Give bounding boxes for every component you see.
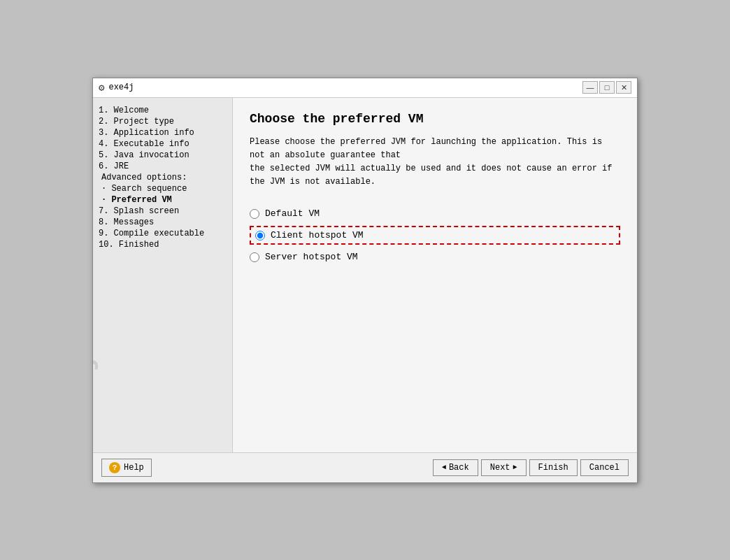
sidebar: 1. Welcome 2. Project type 3. Applicatio… bbox=[93, 98, 233, 452]
sidebar-item-java-invocation[interactable]: 5. Java invocation bbox=[99, 150, 227, 161]
sidebar-item-finished[interactable]: 10. Finished bbox=[99, 239, 227, 250]
app-icon: ⚙ bbox=[99, 82, 104, 94]
sidebar-item-messages[interactable]: 8. Messages bbox=[99, 217, 227, 228]
option-default-vm[interactable]: Default VM bbox=[250, 208, 620, 219]
title-controls: — □ ✕ bbox=[582, 81, 631, 94]
sidebar-item-splash-screen[interactable]: 7. Splash screen bbox=[99, 206, 227, 217]
finish-button[interactable]: Finish bbox=[529, 459, 578, 476]
main-content: Choose the preferred VM Please choose th… bbox=[233, 98, 637, 452]
back-button[interactable]: ◄ Back bbox=[433, 459, 478, 476]
next-button[interactable]: Next ► bbox=[481, 459, 527, 476]
footer-left: ? Help bbox=[101, 459, 152, 477]
radio-client-hotspot-vm[interactable] bbox=[255, 231, 265, 240]
window-body: 1. Welcome 2. Project type 3. Applicatio… bbox=[93, 98, 637, 452]
back-arrow-icon: ◄ bbox=[442, 464, 446, 471]
sidebar-item-search-sequence[interactable]: · Search sequence bbox=[99, 183, 227, 194]
options-area: Default VM Client hotspot VM Server hots… bbox=[250, 208, 620, 262]
title-bar: ⚙ exe4j — □ ✕ bbox=[93, 78, 637, 98]
maximize-button[interactable]: □ bbox=[599, 81, 615, 94]
description: Please choose the preferred JVM for laun… bbox=[250, 136, 620, 189]
radio-default-vm[interactable] bbox=[250, 209, 259, 219]
help-label: Help bbox=[124, 463, 144, 473]
next-label: Next bbox=[490, 463, 510, 473]
option-client-hotspot-vm[interactable]: Client hotspot VM bbox=[250, 226, 620, 245]
cancel-button[interactable]: Cancel bbox=[580, 459, 629, 476]
next-arrow-icon: ► bbox=[513, 464, 517, 471]
help-button[interactable]: ? Help bbox=[101, 459, 152, 477]
sidebar-item-jre[interactable]: 6. JRE bbox=[99, 161, 227, 172]
description-line2: the selected JVM will actually be used a… bbox=[250, 164, 612, 187]
help-icon: ? bbox=[109, 462, 120, 473]
window-title: exe4j bbox=[108, 82, 134, 92]
option-default-vm-label: Default VM bbox=[265, 208, 320, 219]
option-client-hotspot-vm-label: Client hotspot VM bbox=[271, 230, 364, 240]
finish-label: Finish bbox=[538, 463, 568, 473]
option-server-hotspot-vm[interactable]: Server hotspot VM bbox=[250, 252, 620, 262]
sidebar-item-advanced: Advanced options: bbox=[99, 172, 227, 183]
sidebar-item-project-type[interactable]: 2. Project type bbox=[99, 116, 227, 127]
page-title: Choose the preferred VM bbox=[250, 112, 620, 126]
option-server-hotspot-vm-label: Server hotspot VM bbox=[265, 252, 358, 262]
radio-server-hotspot-vm[interactable] bbox=[250, 252, 259, 262]
sidebar-item-executable-info[interactable]: 4. Executable info bbox=[99, 138, 227, 150]
title-bar-left: ⚙ exe4j bbox=[99, 82, 134, 94]
footer: ? Help ◄ Back Next ► Finish Cancel bbox=[93, 452, 637, 482]
sidebar-item-compile-executable[interactable]: 9. Compile executable bbox=[99, 228, 227, 239]
watermark: exe4j bbox=[93, 355, 100, 431]
back-label: Back bbox=[449, 463, 469, 473]
sidebar-item-welcome[interactable]: 1. Welcome bbox=[99, 105, 227, 116]
close-button[interactable]: ✕ bbox=[616, 81, 631, 94]
minimize-button[interactable]: — bbox=[582, 81, 598, 94]
sidebar-item-preferred-vm[interactable]: · Preferred VM bbox=[99, 194, 227, 206]
cancel-label: Cancel bbox=[589, 463, 620, 473]
footer-right: ◄ Back Next ► Finish Cancel bbox=[433, 459, 629, 476]
sidebar-item-application-info[interactable]: 3. Application info bbox=[99, 127, 227, 138]
description-line1: Please choose the preferred JVM for laun… bbox=[250, 137, 602, 160]
main-window: ⚙ exe4j — □ ✕ 1. Welcome 2. Project type… bbox=[92, 78, 638, 483]
